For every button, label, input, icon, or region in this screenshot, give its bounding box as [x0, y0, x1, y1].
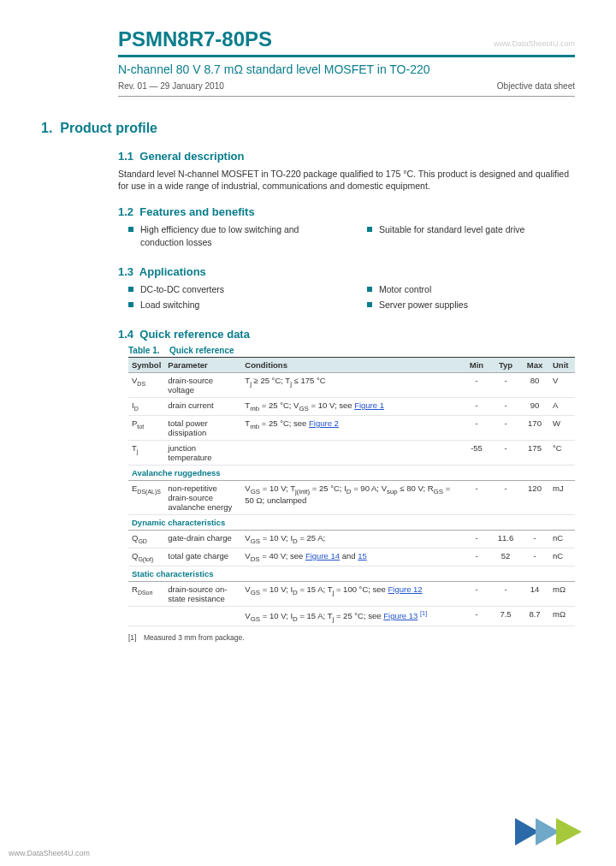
col-parameter: Parameter [164, 358, 241, 373]
section-1-4-heading: 1.4 Quick reference data [118, 328, 575, 341]
footnote: [1]Measured 3 mm from package. [128, 633, 575, 642]
bullet-icon [367, 287, 372, 292]
table-row: IDdrain currentTmb = 25 °C; VGS = 10 V; … [128, 398, 575, 416]
bullet-icon [128, 227, 133, 232]
table-row: VDSdrain-source voltageTj ≥ 25 °C; Tj ≤ … [128, 373, 575, 398]
table-row: VGS = 10 V; ID = 15 A; Tj = 25 °C; see F… [128, 606, 575, 626]
list-item: Server power supplies [357, 299, 575, 311]
section-1-3-heading: 1.3 Applications [118, 265, 575, 278]
col-min: Min [462, 358, 491, 373]
list-item: DC-to-DC converters [118, 283, 336, 295]
bullet-icon [367, 302, 372, 307]
table-row: RDSondrain-source on-state resistanceVGS… [128, 581, 575, 606]
doc-type: Objective data sheet [497, 81, 575, 91]
general-description-text: Standard level N-channel MOSFET in TO-22… [118, 168, 575, 192]
table-row: Ptottotal power dissipationTmb = 25 °C; … [128, 415, 575, 440]
nxp-logo [515, 818, 582, 845]
part-number: PSMN8R7-80PS [118, 27, 272, 51]
features-list: High efficiency due to low switching and… [118, 223, 575, 251]
table-subheading: Static characteristics [128, 566, 575, 581]
table-caption: Table 1.Quick reference [118, 346, 575, 355]
footer-url: www.DataSheet4U.com [9, 849, 90, 857]
revision-text: Rev. 01 — 29 January 2010 [118, 81, 224, 91]
col-typ: Typ [491, 358, 520, 373]
list-item: Load switching [118, 299, 336, 311]
subtitle: N-channel 80 V 8.7 mΩ standard level MOS… [118, 62, 575, 76]
bullet-icon [128, 302, 133, 307]
list-item: High efficiency due to low switching and… [118, 223, 336, 247]
col-conditions: Conditions [241, 358, 462, 373]
col-max: Max [520, 358, 549, 373]
section-1-1-heading: 1.1 General description [118, 150, 575, 163]
quick-reference-table: Symbol Parameter Conditions Min Typ Max … [128, 357, 575, 626]
applications-list: DC-to-DC converters Load switching Motor… [118, 283, 575, 314]
list-item: Suitable for standard level gate drive [357, 223, 575, 235]
table-subheading: Dynamic characteristics [128, 514, 575, 530]
section-1-2-heading: 1.2 Features and benefits [118, 205, 575, 218]
table-row: Tjjunction temperature-55-175°C [128, 440, 575, 465]
bullet-icon [128, 287, 133, 292]
header-faint-url: www.DataSheet4U.com [494, 39, 575, 48]
list-item: Motor control [357, 283, 575, 295]
col-symbol: Symbol [128, 358, 164, 373]
section-1-heading: 1. Product profile [41, 121, 575, 136]
table-row: QGDgate-drain chargeVGS = 10 V; ID = 25 … [128, 530, 575, 548]
bullet-icon [367, 227, 372, 232]
table-row: EDS(AL)Snon-repetitive drain-source aval… [128, 480, 575, 514]
table-row: QG(tot)total gate chargeVDS = 40 V; see … [128, 548, 575, 566]
table-subheading: Avalanche ruggedness [128, 465, 575, 480]
col-unit: Unit [549, 358, 575, 373]
